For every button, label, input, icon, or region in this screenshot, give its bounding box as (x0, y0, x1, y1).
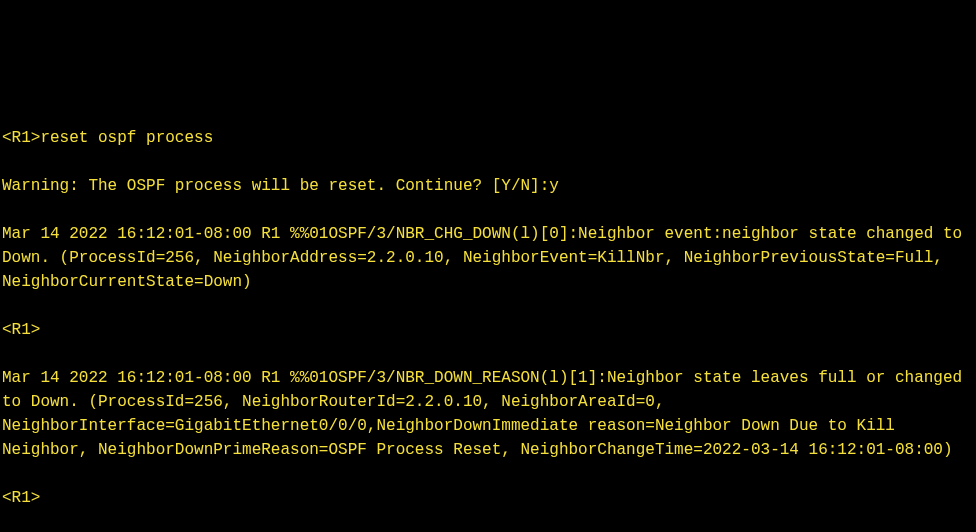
cli-prompt: <R1> (2, 486, 974, 510)
cli-command-line: <R1>reset ospf process (2, 126, 974, 150)
cli-prompt: <R1> (2, 318, 974, 342)
cli-log-nbr-chg-down: Mar 14 2022 16:12:01-08:00 R1 %%01OSPF/3… (2, 222, 974, 294)
terminal-output[interactable]: <R1>reset ospf process Warning: The OSPF… (2, 102, 974, 532)
cli-warning-prompt: Warning: The OSPF process will be reset.… (2, 174, 974, 198)
cli-log-nbr-down-reason: Mar 14 2022 16:12:01-08:00 R1 %%01OSPF/3… (2, 366, 974, 462)
